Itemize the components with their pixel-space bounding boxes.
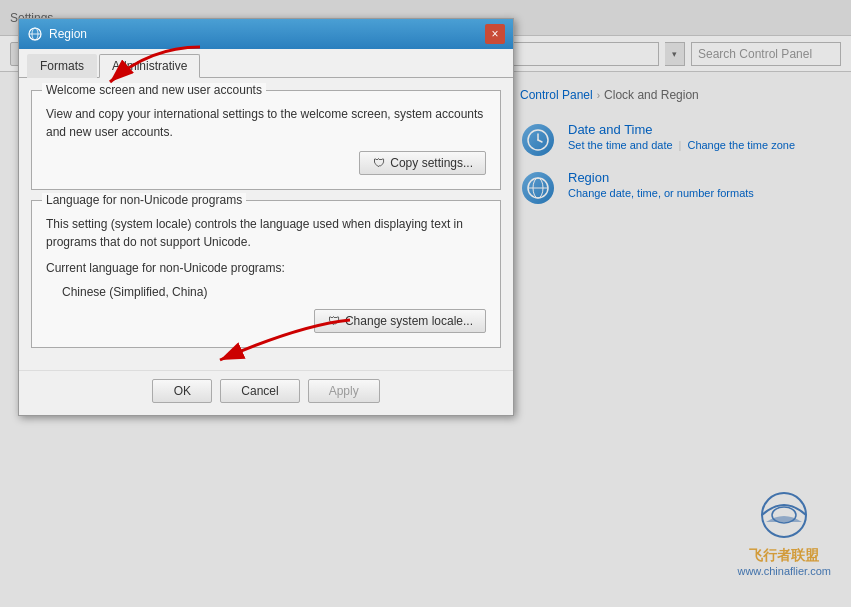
dialog-content: Welcome screen and new user accounts Vie… bbox=[19, 78, 513, 370]
dialog-title-icon bbox=[27, 26, 43, 42]
current-locale-value: Chinese (Simplified, China) bbox=[62, 285, 486, 299]
tab-administrative-label: Administrative bbox=[112, 59, 187, 73]
cancel-button[interactable]: Cancel bbox=[220, 379, 299, 403]
non-unicode-title: Language for non-Unicode programs bbox=[42, 193, 246, 207]
region-dialog: Region × Formats Administrative Welcome … bbox=[18, 18, 514, 416]
welcome-screen-group: Welcome screen and new user accounts Vie… bbox=[31, 90, 501, 190]
change-locale-label: Change system locale... bbox=[345, 314, 473, 328]
copy-settings-button[interactable]: 🛡 Copy settings... bbox=[359, 151, 486, 175]
apply-button[interactable]: Apply bbox=[308, 379, 380, 403]
non-unicode-group: Language for non-Unicode programs This s… bbox=[31, 200, 501, 348]
copy-settings-shield-icon: 🛡 bbox=[372, 156, 386, 170]
dialog-footer: OK Cancel Apply bbox=[19, 370, 513, 415]
change-locale-shield-icon: 🛡 bbox=[327, 314, 341, 328]
current-locale-text: Current language for non-Unicode program… bbox=[46, 261, 285, 275]
tab-administrative[interactable]: Administrative bbox=[99, 54, 200, 78]
copy-settings-label: Copy settings... bbox=[390, 156, 473, 170]
tab-formats[interactable]: Formats bbox=[27, 54, 97, 78]
dialog-titlebar: Region × bbox=[19, 19, 513, 49]
current-locale-label: Current language for non-Unicode program… bbox=[46, 261, 486, 275]
dialog-tabs: Formats Administrative bbox=[19, 49, 513, 78]
non-unicode-desc: This setting (system locale) controls th… bbox=[46, 215, 486, 251]
dialog-title-text: Region bbox=[49, 27, 479, 41]
welcome-screen-title: Welcome screen and new user accounts bbox=[42, 83, 266, 97]
dialog-close-button[interactable]: × bbox=[485, 24, 505, 44]
tab-formats-label: Formats bbox=[40, 59, 84, 73]
welcome-screen-desc: View and copy your international setting… bbox=[46, 105, 486, 141]
change-locale-button[interactable]: 🛡 Change system locale... bbox=[314, 309, 486, 333]
ok-button[interactable]: OK bbox=[152, 379, 212, 403]
